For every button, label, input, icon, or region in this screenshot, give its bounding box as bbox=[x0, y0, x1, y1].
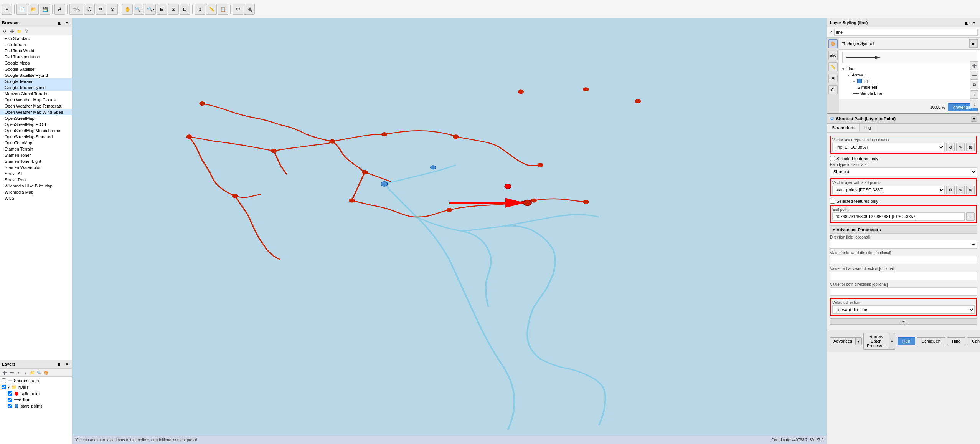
styling-icon-layers[interactable]: ⊞ bbox=[828, 74, 838, 83]
dialog-tab-log[interactable]: Log bbox=[860, 124, 876, 132]
toolbar-open[interactable]: 📂 bbox=[28, 4, 39, 15]
layer-checkbox-line[interactable] bbox=[8, 398, 12, 402]
layers-collapse-icon[interactable]: ◧ bbox=[56, 361, 63, 367]
layers-add-icon[interactable]: ➕ bbox=[2, 369, 8, 376]
browser-item-esri-transport[interactable]: Esri Transportation bbox=[0, 54, 72, 60]
network-layer-link-btn[interactable]: ⊞ bbox=[966, 143, 975, 151]
endpoint-input[interactable] bbox=[832, 212, 965, 221]
styling-btn-remove[interactable]: ➖ bbox=[970, 71, 978, 80]
styling-btn-down[interactable]: ↓ bbox=[970, 100, 978, 108]
toolbar-processing[interactable]: ⚙ bbox=[233, 4, 243, 15]
styling-icon-ruler[interactable]: 📏 bbox=[828, 62, 838, 71]
symbol-tree-item-simple-fill[interactable]: Simple Fill bbox=[858, 84, 977, 90]
layer-checkbox-rivers[interactable] bbox=[2, 385, 6, 389]
layer-checkbox-split-point[interactable] bbox=[8, 391, 12, 396]
layer-item-split-point[interactable]: split_point bbox=[6, 391, 72, 397]
forward-dir-input[interactable] bbox=[830, 256, 977, 264]
single-symbol-expand-btn[interactable]: ▶ bbox=[969, 39, 978, 48]
browser-item-osm-hot[interactable]: OpenStreetMap H.O.T. bbox=[0, 121, 72, 128]
styling-icon-paintbrush[interactable]: 🎨 bbox=[828, 39, 838, 48]
toolbar-menu[interactable]: ≡ bbox=[2, 4, 12, 15]
styling-icon-history[interactable]: ⏱ bbox=[828, 85, 838, 94]
browser-item-osm[interactable]: OpenStreetMap bbox=[0, 115, 72, 121]
help-btn[interactable]: Hilfe bbox=[947, 337, 965, 345]
browser-item-google-sat-hybrid[interactable]: Google Satellite Hybrid bbox=[0, 72, 72, 78]
toolbar-save[interactable]: 💾 bbox=[40, 4, 50, 15]
browser-item-esri-topo[interactable]: Esri Topo World bbox=[0, 48, 72, 54]
layers-down-icon[interactable]: ↓ bbox=[22, 369, 28, 376]
network-layer-settings-btn[interactable]: ⚙ bbox=[946, 143, 955, 151]
direction-field-select[interactable] bbox=[830, 240, 977, 249]
layer-styling-search-input[interactable] bbox=[834, 29, 978, 36]
browser-item-owm-temp[interactable]: Open Weather Map Temperatu bbox=[0, 103, 72, 109]
selected-features-cb-1[interactable] bbox=[830, 156, 835, 161]
layers-filter-icon[interactable]: 🔍 bbox=[36, 369, 42, 376]
toolbar-select-radius[interactable]: ⊙ bbox=[107, 4, 118, 15]
layer-styling-close-icon[interactable]: ✕ bbox=[971, 20, 977, 26]
browser-item-owm-wind[interactable]: Open Weather Map Wind Spee bbox=[0, 109, 72, 115]
layer-arrow-rivers[interactable]: ▾ bbox=[8, 385, 10, 389]
toolbar-zoom-layer[interactable]: ⊠ bbox=[168, 4, 179, 15]
dialog-tab-parameters[interactable]: Parameters bbox=[827, 124, 860, 132]
toolbar-identify[interactable]: ℹ bbox=[195, 4, 205, 15]
dialog-close-btn[interactable]: ✕ bbox=[971, 116, 977, 122]
network-layer-select[interactable]: line [EPSG:3857] bbox=[832, 143, 945, 151]
network-layer-edit-btn[interactable]: ✎ bbox=[956, 143, 965, 151]
start-points-select[interactable]: start_points [EPSG:3857] bbox=[832, 186, 945, 194]
symbol-tree-item-simple-line[interactable]: ── Simple Line bbox=[853, 90, 977, 96]
browser-list[interactable]: Esri Standard Esri Terrain Esri Topo Wor… bbox=[0, 35, 72, 360]
browser-item-esri-standard[interactable]: Esri Standard bbox=[0, 35, 72, 41]
toolbar-select-rect[interactable]: ▭↖ bbox=[69, 4, 83, 15]
both-dir-input[interactable] bbox=[830, 287, 977, 296]
browser-item-wikimedia-hike[interactable]: Wikimedia Hike Bike Map bbox=[0, 183, 72, 189]
browser-item-strava-all[interactable]: Strava All bbox=[0, 171, 72, 177]
toolbar-zoom-selection[interactable]: ⊡ bbox=[180, 4, 190, 15]
toolbar-pan[interactable]: ✋ bbox=[122, 4, 133, 15]
layers-group-icon[interactable]: 📁 bbox=[29, 369, 35, 376]
toolbar-zoom-out[interactable]: 🔍- bbox=[145, 4, 156, 15]
layers-remove-icon[interactable]: ➖ bbox=[8, 369, 15, 376]
selected-features-cb-2[interactable] bbox=[830, 199, 835, 204]
cancel-btn[interactable]: Cancel bbox=[967, 337, 980, 345]
start-points-link-btn[interactable]: ⊞ bbox=[966, 186, 975, 194]
layers-close-icon[interactable]: ✕ bbox=[64, 361, 70, 367]
browser-item-esri-terrain[interactable]: Esri Terrain bbox=[0, 41, 72, 48]
browser-item-wikimedia-map[interactable]: Wikimedia Map bbox=[0, 189, 72, 195]
symbol-tree-item-arrow[interactable]: ▾ Arrow bbox=[848, 72, 977, 78]
browser-refresh-icon[interactable]: ↺ bbox=[2, 28, 8, 34]
browser-item-osm-standard[interactable]: OpenStreetMap Standard bbox=[0, 134, 72, 140]
styling-btn-add[interactable]: ➕ bbox=[970, 61, 978, 70]
toolbar-new[interactable]: 📄 bbox=[16, 4, 27, 15]
browser-item-osm-mono[interactable]: OpenStreetMap Monochrome bbox=[0, 128, 72, 134]
toolbar-measure[interactable]: 📏 bbox=[206, 4, 217, 15]
close-btn[interactable]: Schließen bbox=[917, 337, 945, 345]
batch-btn[interactable]: Run as Batch Process... bbox=[863, 333, 889, 350]
layer-checkbox-shortest-path[interactable] bbox=[2, 378, 6, 383]
layers-up-icon[interactable]: ↑ bbox=[15, 369, 21, 376]
layer-item-start-points[interactable]: start_points bbox=[6, 403, 72, 409]
layer-item-rivers[interactable]: ▾ 📁 rivers bbox=[0, 384, 72, 391]
default-dir-select[interactable]: Forward direction bbox=[832, 305, 975, 314]
layer-styling-collapse-icon[interactable]: ◧ bbox=[964, 20, 970, 26]
toolbar-select-poly[interactable]: ⬡ bbox=[84, 4, 95, 15]
symbol-tree-item-line[interactable]: ▾ Line bbox=[842, 66, 977, 72]
advanced-btn-arrow[interactable]: ▾ bbox=[855, 337, 862, 345]
toolbar-select-freehand[interactable]: ✏ bbox=[96, 4, 106, 15]
browser-collapse-icon[interactable]: ◧ bbox=[56, 20, 63, 26]
browser-item-opentopomap[interactable]: OpenTopoMap bbox=[0, 140, 72, 146]
backward-dir-input[interactable] bbox=[830, 272, 977, 280]
browser-item-google-sat[interactable]: Google Satellite bbox=[0, 66, 72, 72]
layer-item-shortest-path[interactable]: ━━ Shortest path bbox=[0, 378, 72, 384]
toolbar-zoom-in[interactable]: 🔍+ bbox=[134, 4, 144, 15]
browser-add-icon[interactable]: ➕ bbox=[9, 28, 15, 34]
advanced-params-header[interactable]: ▾ Advanced Parameters bbox=[830, 225, 977, 234]
browser-item-google-terrain-hybrid[interactable]: Google Terrain Hybrid bbox=[0, 84, 72, 91]
layer-checkbox-start-points[interactable] bbox=[8, 404, 12, 408]
start-points-settings-btn[interactable]: ⚙ bbox=[946, 186, 955, 194]
browser-item-google-terrain[interactable]: Google Terrain bbox=[0, 78, 72, 84]
symbol-tree-item-fill[interactable]: ▾ Fill bbox=[853, 78, 977, 84]
map-canvas[interactable]: You can add more algorithms to the toolb… bbox=[72, 18, 827, 444]
browser-item-owm-clouds[interactable]: Open Weather Map Clouds bbox=[0, 97, 72, 103]
batch-btn-arrow[interactable]: ▾ bbox=[889, 333, 895, 350]
styling-btn-dup[interactable]: ⧉ bbox=[970, 81, 978, 89]
